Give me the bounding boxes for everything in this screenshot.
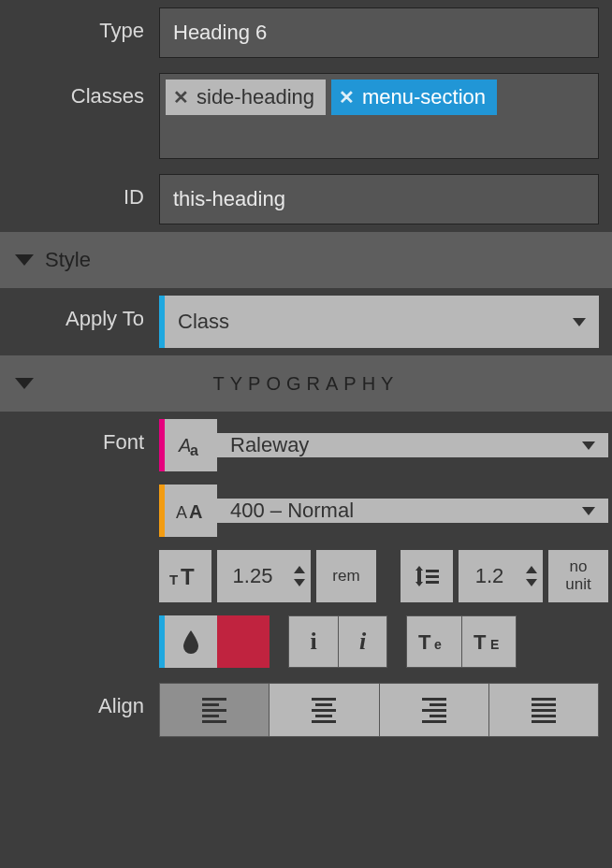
- disclosure-triangle-icon: [15, 254, 34, 266]
- style-section-header[interactable]: Style: [0, 232, 612, 288]
- chevron-down-icon: [582, 441, 595, 450]
- apply-to-label: Apply To: [0, 296, 159, 342]
- align-center-button[interactable]: [270, 684, 379, 736]
- font-family-value: Raleway: [230, 433, 309, 457]
- capitalize-button[interactable]: Te: [407, 616, 461, 667]
- align-justify-icon: [532, 698, 556, 723]
- color-swatch[interactable]: [217, 615, 270, 668]
- svg-text:E: E: [490, 637, 499, 652]
- apply-to-select[interactable]: Class: [159, 296, 599, 348]
- font-weight-group: A A 400 – Normal: [159, 485, 608, 537]
- chevron-down-icon: [573, 318, 586, 326]
- svg-marker-7: [415, 582, 423, 586]
- svg-rect-8: [417, 571, 421, 582]
- svg-text:a: a: [190, 442, 198, 458]
- font-weight-value: 400 – Normal: [230, 499, 354, 523]
- font-size-input[interactable]: 1.25: [217, 550, 311, 602]
- section-title: Style: [45, 248, 91, 272]
- font-size-value: 1.25: [217, 550, 288, 602]
- class-tag[interactable]: ✕ side-heading: [166, 80, 326, 115]
- align-right-button[interactable]: [380, 684, 489, 736]
- step-down-icon[interactable]: [294, 579, 305, 586]
- svg-text:A: A: [189, 501, 202, 522]
- align-left-icon: [202, 698, 226, 723]
- remove-class-icon[interactable]: ✕: [339, 88, 355, 107]
- font-weight-select[interactable]: 400 – Normal: [217, 499, 608, 523]
- font-style-icon[interactable]: A a: [165, 419, 217, 471]
- svg-text:T: T: [169, 571, 178, 587]
- line-height-value: 1.2: [459, 550, 520, 602]
- align-left-button[interactable]: [160, 684, 270, 736]
- class-tag-label: side-heading: [197, 85, 314, 109]
- apply-to-value: Class: [178, 310, 229, 334]
- color-picker-group: [159, 615, 270, 668]
- italic-on-button[interactable]: i: [338, 616, 386, 667]
- type-label: Type: [0, 7, 159, 54]
- classes-label: Classes: [0, 73, 159, 120]
- class-tag-label: menu-section: [362, 85, 486, 109]
- section-title: TYPOGRAPHY: [213, 373, 400, 395]
- font-label: Font: [0, 419, 159, 466]
- typography-section-header[interactable]: TYPOGRAPHY: [0, 355, 612, 412]
- font-family-select[interactable]: Raleway: [217, 433, 608, 457]
- classes-input[interactable]: ✕ side-heading ✕ menu-section: [159, 73, 599, 159]
- uppercase-button[interactable]: TE: [461, 616, 516, 667]
- line-height-unit-select[interactable]: no unit: [548, 550, 608, 602]
- color-picker-button[interactable]: [165, 615, 217, 668]
- svg-text:T: T: [418, 630, 431, 654]
- align-right-icon: [422, 698, 446, 723]
- font-size-unit-select[interactable]: rem: [316, 550, 376, 602]
- svg-rect-9: [426, 570, 439, 572]
- remove-class-icon[interactable]: ✕: [173, 88, 189, 107]
- disclosure-triangle-icon: [15, 378, 34, 389]
- line-height-icon[interactable]: [401, 550, 453, 602]
- svg-text:A: A: [176, 503, 187, 522]
- svg-text:T: T: [474, 630, 487, 654]
- step-up-icon[interactable]: [526, 566, 537, 573]
- svg-rect-11: [426, 581, 439, 584]
- id-label: ID: [0, 174, 159, 221]
- align-button-group: [159, 683, 599, 737]
- line-height-input[interactable]: 1.2: [459, 550, 543, 602]
- id-input[interactable]: [159, 174, 599, 224]
- id-row: ID: [0, 166, 612, 232]
- align-row: Align: [0, 675, 612, 745]
- italic-toggle-group[interactable]: i i: [288, 615, 387, 668]
- svg-text:e: e: [434, 637, 442, 652]
- type-input[interactable]: [159, 7, 599, 58]
- color-style-transform-group: i i Te TE: [159, 615, 608, 668]
- line-height-stepper[interactable]: [520, 550, 543, 602]
- font-family-group: A a Raleway: [159, 419, 608, 471]
- align-center-icon: [312, 698, 336, 723]
- type-row: Type: [0, 0, 612, 65]
- align-justify-button[interactable]: [489, 684, 598, 736]
- chevron-down-icon: [582, 507, 595, 515]
- font-size-stepper[interactable]: [288, 550, 311, 602]
- svg-marker-6: [415, 566, 423, 571]
- font-size-icon[interactable]: T T: [159, 550, 211, 602]
- italic-off-button[interactable]: i: [289, 616, 338, 667]
- step-down-icon[interactable]: [526, 579, 537, 586]
- text-transform-group[interactable]: Te TE: [406, 615, 517, 668]
- class-tag[interactable]: ✕ menu-section: [331, 80, 497, 115]
- svg-text:T: T: [181, 564, 195, 589]
- size-lineheight-group: T T 1.25 rem: [159, 550, 608, 602]
- apply-to-row: Apply To Class: [0, 288, 612, 355]
- font-row: Font A a Raleway A A: [0, 412, 612, 675]
- svg-rect-10: [426, 575, 439, 578]
- step-up-icon[interactable]: [294, 566, 305, 573]
- font-weight-icon[interactable]: A A: [165, 485, 217, 537]
- align-label: Align: [0, 683, 159, 730]
- classes-row: Classes ✕ side-heading ✕ menu-section: [0, 65, 612, 166]
